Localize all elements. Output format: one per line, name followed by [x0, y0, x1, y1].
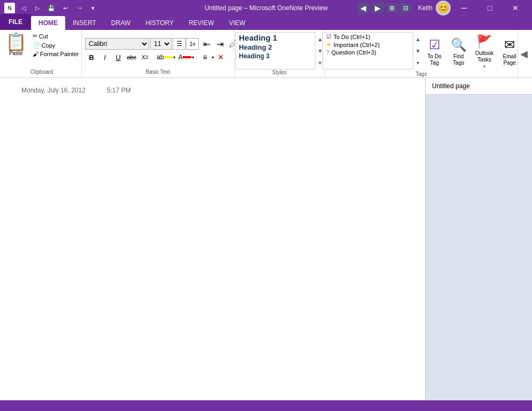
tag-todo[interactable]: ☑ To Do (Ctrl+1) [323, 33, 413, 41]
highlight-color-bar [164, 56, 173, 58]
email-page-button[interactable]: ✉ EmailPage [499, 35, 520, 68]
styles-group: Heading 1 Heading 2 Heading 3 ▲ ▼ ▾ Styl… [235, 30, 325, 77]
align-dropdown-icon[interactable]: ▾ [212, 55, 214, 60]
collapse-sidebar-button[interactable]: ◀ [518, 30, 530, 77]
back-button[interactable]: ◁ [18, 3, 29, 13]
todo-label: To Do (Ctrl+1) [334, 34, 371, 40]
todo-tag-icon: ☑ [429, 37, 441, 52]
tab-file[interactable]: FILE [0, 14, 31, 30]
nav-grid[interactable]: ⊞ [386, 3, 398, 13]
copy-button[interactable]: 📄 Copy [31, 41, 81, 49]
main-content[interactable]: Monday, July 16, 2012 5:17 PM [0, 78, 425, 400]
font-color-button[interactable]: A ▾ [177, 53, 195, 61]
cut-button[interactable]: ✂ Cut [31, 32, 81, 40]
align-button[interactable]: ≡ [198, 51, 211, 63]
content-area: Monday, July 16, 2012 5:17 PM Untitled p… [0, 78, 532, 400]
collapse-icon: ◀ [520, 48, 528, 60]
font-select[interactable]: Calibri [85, 38, 149, 50]
format-painter-icon: 🖌 [33, 51, 38, 57]
tag-question[interactable]: ? Question (Ctrl+3) [323, 49, 413, 56]
tags-expand[interactable]: ▾ [414, 57, 422, 68]
close-button[interactable]: ✕ [503, 0, 528, 16]
style-heading1[interactable]: Heading 1 [236, 33, 315, 43]
font-row: Calibri 11 ☰ 1≡ ⇤ ⇥ 🖊 [85, 38, 240, 50]
clipboard-label: Clipboard [30, 69, 53, 77]
highlight-button[interactable]: ab ▾ [156, 53, 176, 61]
format-row: B I U abc X2 ab ▾ A ▾ ≡ ▾ ✕ [85, 51, 227, 63]
basic-text-label: Basic Text [146, 69, 170, 77]
indent-more-button[interactable]: ⇥ [213, 38, 226, 50]
tab-insert[interactable]: INSERT [65, 16, 104, 30]
tab-draw[interactable]: DRAW [104, 16, 138, 30]
tags-scroll-down[interactable]: ▼ [414, 45, 422, 57]
tab-review[interactable]: REVIEW [181, 16, 221, 30]
find-tags-button[interactable]: 🔍 FindTags [448, 35, 470, 68]
tags-list: ☑ To Do (Ctrl+1) ★ Important (Ctrl+2) ? [322, 32, 413, 69]
format-painter-label: Format Painter [40, 51, 79, 57]
ribbon: 📋 Paste ✂ Cut 📄 Copy 🖌 Format Painter Cl… [0, 30, 532, 78]
minimize-button[interactable]: ─ [452, 0, 476, 16]
clear-format-button[interactable]: ✕ [214, 51, 227, 63]
clipboard-right: ✂ Cut 📄 Copy 🖌 Format Painter [31, 32, 81, 58]
strikethrough-button[interactable]: abc [125, 51, 138, 63]
nav-options[interactable]: ⊟ [400, 3, 412, 13]
sidebar-page-label: Untitled page [432, 82, 470, 90]
number-list-button[interactable]: 1≡ [186, 38, 199, 50]
tab-view[interactable]: VIEW [221, 16, 253, 30]
find-tags-label: FindTags [453, 53, 464, 66]
status-bar [0, 400, 532, 411]
format-painter-button[interactable]: 🖌 Format Painter [31, 50, 81, 58]
style-heading3[interactable]: Heading 3 [236, 52, 315, 60]
heading1-label: Heading 1 [239, 33, 277, 42]
nav-prev[interactable]: ◀ [357, 3, 369, 13]
tab-bar: FILE HOME INSERT DRAW HISTORY REVIEW VIE… [0, 16, 532, 30]
bullet-list-button[interactable]: ☰ [173, 38, 186, 50]
todo-icon: ☑ [326, 33, 331, 40]
tag-actions: ☑ To DoTag 🔍 FindTags 🚩 OutlookTasks ▾ ✉… [424, 32, 520, 71]
app-icon: N [4, 3, 15, 13]
font-color-bar [183, 56, 191, 58]
subscript-button[interactable]: X2 [138, 51, 151, 63]
maximize-button[interactable]: □ [477, 0, 502, 16]
todo-tag-button[interactable]: ☑ To DoTag [424, 35, 445, 68]
title-bar-left: N ◁ ▷ 💾 ↩ ↪ ▾ [4, 3, 98, 13]
paste-icon: 📋 [5, 33, 27, 50]
copy-icon: 📄 [33, 42, 40, 49]
user-area: Keith 😊 [418, 1, 451, 15]
italic-button[interactable]: I [98, 51, 111, 63]
highlight-dropdown-icon[interactable]: ▾ [173, 55, 175, 60]
tab-home[interactable]: HOME [31, 16, 65, 30]
copy-label: Copy [42, 42, 56, 49]
outlook-tasks-button[interactable]: 🚩 OutlookTasks ▾ [472, 32, 497, 71]
underline-button[interactable]: U [112, 51, 125, 63]
size-select[interactable]: 11 [150, 38, 172, 50]
redo-button[interactable]: ↪ [74, 3, 84, 13]
style-heading2[interactable]: Heading 2 [236, 43, 315, 52]
page-time: 5:17 PM [107, 87, 131, 94]
important-icon: ★ [326, 41, 331, 48]
tag-important[interactable]: ★ Important (Ctrl+2) [323, 41, 413, 49]
tags-scroll-up[interactable]: ▲ [414, 33, 422, 45]
cut-icon: ✂ [33, 33, 37, 40]
find-tags-icon: 🔍 [451, 37, 467, 52]
bold-button[interactable]: B [85, 51, 98, 63]
question-icon: ? [326, 49, 329, 56]
tab-history[interactable]: HISTORY [138, 16, 181, 30]
heading2-label: Heading 2 [239, 43, 272, 51]
font-color-icon: A [178, 53, 182, 61]
title-bar: N ◁ ▷ 💾 ↩ ↪ ▾ Untitled page – Microsoft … [0, 0, 532, 16]
nav-next[interactable]: ▶ [372, 3, 384, 13]
paste-button[interactable]: 📋 Paste [3, 32, 29, 57]
user-avatar: 😊 [436, 1, 451, 15]
undo-button[interactable]: ↩ [60, 3, 71, 13]
save-button[interactable]: 💾 [46, 3, 57, 13]
customize-button[interactable]: ▾ [88, 3, 98, 13]
sidebar-page-untitled[interactable]: Untitled page [426, 78, 532, 95]
page-date: Monday, July 16, 2012 [21, 87, 86, 94]
highlight-icon: ab [157, 53, 164, 61]
forward-button[interactable]: ▷ [32, 3, 43, 13]
font-color-dropdown-icon[interactable]: ▾ [192, 55, 194, 60]
styles-label: Styles [272, 69, 287, 77]
indent-less-button[interactable]: ⇤ [200, 38, 213, 50]
styles-list: Heading 1 Heading 2 Heading 3 [235, 32, 315, 69]
